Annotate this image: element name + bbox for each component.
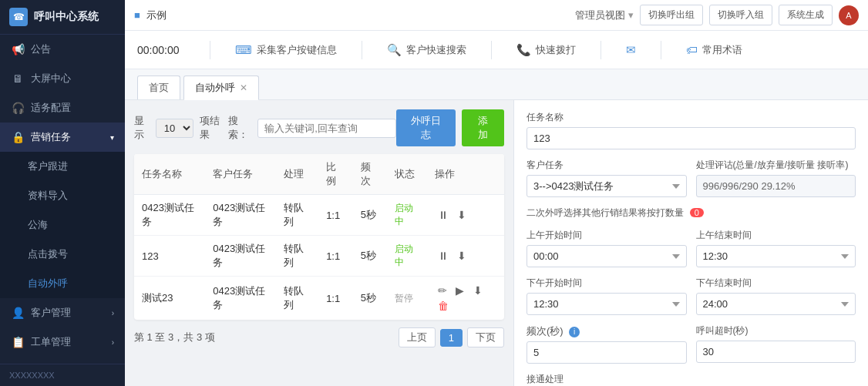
add-button[interactable]: 添加 bbox=[462, 109, 504, 146]
quick-dial-label: 快速拨打 bbox=[536, 43, 576, 57]
toolbar-divider bbox=[210, 41, 210, 59]
edit-button[interactable]: ✏ bbox=[435, 283, 450, 298]
tab-close-icon[interactable]: ✕ bbox=[240, 82, 247, 93]
cell-name: 0423测试任务 bbox=[134, 195, 205, 236]
sidebar-item-marketing[interactable]: 🔒 营销任务 ▾ bbox=[0, 123, 125, 152]
sidebar-item-work-order[interactable]: 📋 工单管理 › bbox=[0, 327, 125, 357]
sidebar-item-customer-mgmt[interactable]: 👤 客户管理 › bbox=[0, 298, 125, 327]
marketing-icon: 🔒 bbox=[11, 131, 25, 143]
mail-btn[interactable]: ✉ bbox=[620, 40, 642, 60]
search-label: 搜索： bbox=[228, 114, 251, 142]
sidebar-item-customer-follow[interactable]: 客户跟进 bbox=[0, 152, 125, 181]
sidebar-item-data-import[interactable]: 资料导入 bbox=[0, 181, 125, 210]
afternoon-start-group: 下午开始时间 12:30 bbox=[527, 277, 687, 315]
sidebar-item-auto-call[interactable]: 自动外呼 bbox=[0, 269, 125, 298]
afternoon-start-label: 下午开始时间 bbox=[527, 277, 687, 290]
customer-icon: 👤 bbox=[11, 307, 25, 319]
dropdown-icon[interactable]: ▾ bbox=[628, 9, 634, 21]
download-button2[interactable]: ⬇ bbox=[470, 283, 486, 298]
sidebar-item-sales-analysis[interactable]: 📈 销售分析 › bbox=[0, 357, 125, 364]
sidebar-item-label: 公告 bbox=[31, 42, 114, 56]
call-timer: 00:00:00 bbox=[137, 44, 191, 56]
task-name-input[interactable] bbox=[527, 127, 856, 149]
customer-task-select[interactable]: 3-->0423测试任务 bbox=[527, 175, 687, 197]
sidebar-item-label: 营销任务 bbox=[31, 130, 104, 144]
tab-home[interactable]: 首页 bbox=[137, 76, 180, 99]
search-input[interactable] bbox=[257, 119, 396, 138]
cell-ratio: 1:1 bbox=[318, 236, 353, 277]
right-panel: 任务名称 客户任务 3-->0423测试任务 处理评诂(总量/放弃量/接听量 接… bbox=[513, 100, 868, 386]
ring-timeout-input[interactable] bbox=[696, 341, 856, 363]
morning-start-select[interactable]: 00:00 bbox=[527, 245, 687, 267]
col-header-customer: 客户任务 bbox=[205, 154, 276, 195]
process-eval-label: 处理评诂(总量/放弃量/接听量 接听率) bbox=[696, 159, 856, 172]
terms-btn[interactable]: 🏷 常用术语 bbox=[680, 40, 749, 60]
cell-ratio: 1:1 bbox=[318, 277, 353, 321]
cell-name: 123 bbox=[134, 236, 205, 277]
freq-group: 频次(秒) i bbox=[527, 324, 687, 364]
breadcrumb-home[interactable]: ■ bbox=[134, 9, 140, 21]
col-header-action: 操作 bbox=[427, 154, 504, 195]
cell-name: 测试23 bbox=[134, 277, 205, 321]
toolbar-divider4 bbox=[601, 41, 601, 59]
customer-task-label: 客户任务 bbox=[527, 159, 687, 172]
sidebar-item-label: 工单管理 bbox=[31, 335, 106, 349]
secondary-call-group: 二次外呼选择其他行销结果将按打数量 0 bbox=[527, 206, 856, 220]
status-badge: 启动中 bbox=[395, 203, 413, 227]
status-badge: 启动中 bbox=[395, 243, 413, 267]
next-page-button[interactable]: 下页 bbox=[467, 327, 504, 347]
sidebar-subitem-label: 资料导入 bbox=[28, 189, 114, 203]
sidebar-item-sea[interactable]: 公海 bbox=[0, 210, 125, 240]
current-page-button[interactable]: 1 bbox=[440, 329, 463, 347]
cell-freq: 5秒 bbox=[353, 277, 387, 321]
sidebar-footer: XXXXXXXX bbox=[0, 364, 125, 386]
system-gen-button[interactable]: 系统生成 bbox=[779, 5, 833, 25]
quick-search-label: 客户快速搜索 bbox=[406, 43, 466, 57]
quick-dial-btn[interactable]: 📞 快速拨打 bbox=[510, 40, 582, 60]
sidebar-item-click-dial[interactable]: 点击拨号 bbox=[0, 240, 125, 269]
afternoon-end-select[interactable]: 24:00 bbox=[696, 293, 856, 315]
sidebar-subitem-label: 自动外呼 bbox=[28, 277, 114, 290]
sidebar-subitem-label: 公海 bbox=[28, 218, 114, 232]
morning-time-row: 上午开始时间 00:00 上午结束时间 12:30 bbox=[527, 229, 856, 277]
outbound-log-button[interactable]: 外呼日志 bbox=[396, 109, 456, 146]
prev-page-button[interactable]: 上页 bbox=[399, 327, 436, 347]
chevron-down-icon: ▾ bbox=[110, 133, 114, 142]
sidebar-item-ivr[interactable]: 🎧 适务配置 bbox=[0, 93, 125, 123]
morning-end-select[interactable]: 12:30 bbox=[696, 245, 856, 267]
topbar-right: 管理员视图 ▾ 切换呼出组 切换呼入组 系统生成 A bbox=[575, 5, 859, 25]
toolbar-divider3 bbox=[491, 41, 492, 59]
tabs-bar: 首页 自动外呼 ✕ bbox=[125, 69, 868, 100]
freq-input[interactable] bbox=[527, 341, 687, 364]
toolbar: 00:00:00 ⌨ 采集客户按键信息 🔍 客户快速搜索 📞 快速拨打 ✉ 🏷 … bbox=[125, 31, 868, 69]
switch-out-button[interactable]: 切换呼出组 bbox=[640, 5, 703, 25]
tab-auto-call[interactable]: 自动外呼 ✕ bbox=[183, 76, 259, 100]
freq-info-icon[interactable]: i bbox=[569, 327, 580, 337]
collect-info-btn[interactable]: ⌨ 采集客户按键信息 bbox=[229, 40, 343, 60]
sidebar-logo-icon: ☎ bbox=[9, 8, 28, 26]
switch-in-button[interactable]: 切换呼入组 bbox=[709, 5, 772, 25]
col-header-freq: 频次 bbox=[353, 154, 387, 195]
play-button[interactable]: ▶ bbox=[453, 283, 467, 298]
chevron-right-icon: › bbox=[112, 309, 114, 317]
tag-icon: 🏷 bbox=[686, 43, 698, 56]
sidebar-submenu-marketing: 客户跟进 资料导入 公海 点击拨号 自动外呼 bbox=[0, 152, 125, 298]
download-button[interactable]: ⬇ bbox=[454, 248, 469, 263]
quick-search-btn[interactable]: 🔍 客户快速搜索 bbox=[381, 40, 473, 60]
sidebar: ☎ 呼叫中心系统 📢 公告 🖥 大屏中心 🎧 适务配置 🔒 营销任务 ▾ 客户跟… bbox=[0, 0, 125, 386]
delete-button[interactable]: 🗑 bbox=[435, 298, 452, 314]
pagination-info: 第 1 至 3，共 3 项 bbox=[134, 331, 394, 344]
secondary-call-label: 二次外呼选择其他行销结果将按打数量 bbox=[527, 207, 684, 218]
sidebar-item-announcement[interactable]: 📢 公告 bbox=[0, 35, 125, 64]
task-name-label: 任务名称 bbox=[527, 111, 856, 124]
show-count-select[interactable]: 10 bbox=[156, 119, 193, 138]
pause-button[interactable]: ⏸ bbox=[435, 248, 452, 263]
pause-button[interactable]: ⏸ bbox=[435, 207, 452, 223]
sidebar-item-dashboard[interactable]: 🖥 大屏中心 bbox=[0, 64, 125, 93]
task-table: 任务名称 客户任务 处理 比例 频次 状态 操作 0423测试任务 0423测试… bbox=[134, 154, 504, 320]
afternoon-start-select[interactable]: 12:30 bbox=[527, 293, 687, 315]
morning-end-label: 上午结束时间 bbox=[696, 229, 856, 242]
download-button[interactable]: ⬇ bbox=[454, 207, 469, 223]
toolbar-divider2 bbox=[362, 41, 362, 59]
cell-actions: ⏸ ⬇ bbox=[427, 236, 504, 277]
